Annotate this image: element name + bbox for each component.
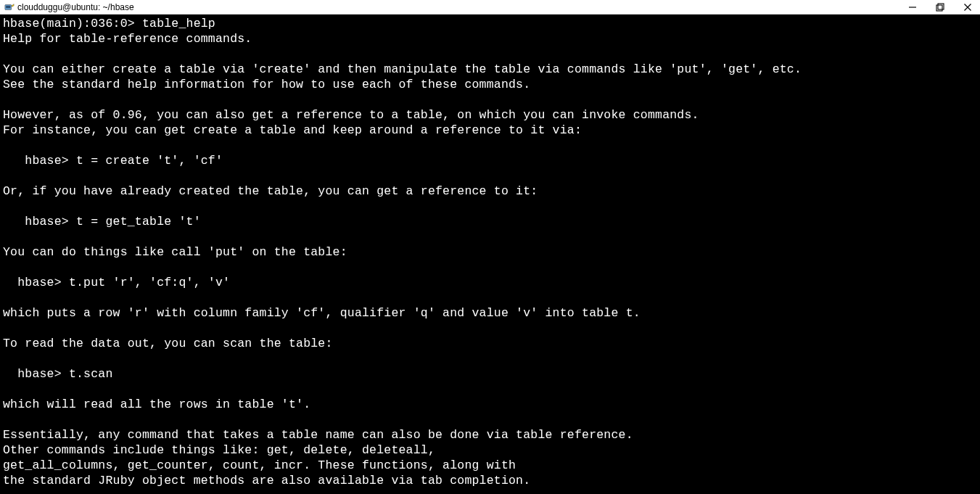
window-title: cloudduggu@ubuntu: ~/hbase [17,2,134,12]
putty-icon [4,2,15,12]
terminal-output: Help for table-reference commands. You c… [3,32,802,487]
svg-rect-1 [6,5,10,8]
titlebar-left: cloudduggu@ubuntu: ~/hbase [4,2,134,12]
terminal-prompt: hbase(main):036:0> [3,17,142,30]
minimize-button[interactable] [907,2,918,12]
svg-rect-3 [936,5,942,11]
close-button[interactable] [963,2,973,12]
maximize-button[interactable] [935,2,945,12]
svg-rect-4 [938,4,944,9]
terminal-command: table_help [142,17,215,30]
titlebar: cloudduggu@ubuntu: ~/hbase [0,0,980,15]
terminal[interactable]: hbase(main):036:0> table_help Help for t… [0,15,980,494]
window-controls [907,2,979,12]
